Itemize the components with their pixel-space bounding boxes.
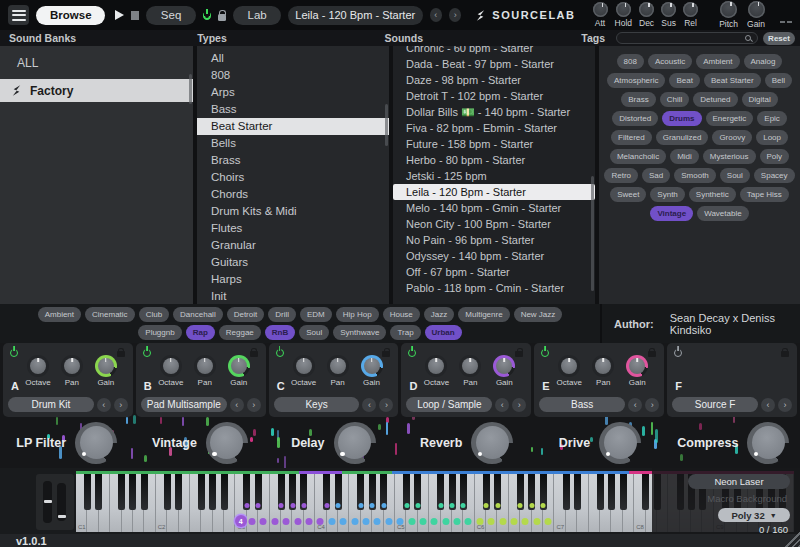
genre-chip[interactable]: Cinematic: [85, 307, 135, 322]
next-source-button[interactable]: ›: [379, 398, 393, 412]
type-item[interactable]: Flutes: [197, 220, 389, 237]
next-source-button[interactable]: ›: [114, 398, 128, 412]
compress-knob[interactable]: [747, 422, 789, 464]
piano-black-key[interactable]: [517, 474, 524, 510]
type-item[interactable]: Bells: [197, 135, 389, 152]
piano-black-key[interactable]: [437, 474, 444, 510]
sound-item[interactable]: Neon City - 100 Bpm - Starter: [393, 216, 595, 232]
genre-chip[interactable]: Detroit: [227, 307, 265, 322]
tag-chip[interactable]: Groovy: [712, 130, 752, 145]
prev-source-button[interactable]: ‹: [97, 398, 111, 412]
menu-button[interactable]: [8, 5, 29, 25]
piano-black-key[interactable]: [403, 474, 410, 510]
piano-black-key[interactable]: [255, 474, 262, 510]
genre-chip[interactable]: House: [383, 307, 420, 322]
tag-chip[interactable]: Distorted: [612, 111, 658, 126]
poly-dropdown[interactable]: Poly 32▼: [718, 508, 790, 522]
next-source-button[interactable]: ›: [778, 398, 792, 412]
piano-black-key[interactable]: [414, 474, 421, 510]
sus-knob[interactable]: [661, 2, 676, 17]
gain-knob[interactable]: [361, 355, 383, 377]
piano-black-key[interactable]: [221, 474, 228, 510]
sound-item[interactable]: Herbo - 80 bpm - Starter: [393, 152, 595, 168]
lock-icon[interactable]: [218, 14, 226, 21]
genre-chip[interactable]: Pluggnb: [138, 325, 181, 340]
vintage-knob[interactable]: [206, 422, 248, 464]
genre-chip[interactable]: RnB: [265, 325, 295, 340]
tag-chip[interactable]: Digital: [742, 92, 778, 107]
pan-knob[interactable]: [592, 355, 614, 377]
reverb-knob[interactable]: [471, 422, 513, 464]
piano-black-key[interactable]: [95, 474, 102, 510]
piano-black-key[interactable]: [209, 474, 216, 510]
mod-wheel[interactable]: [57, 483, 66, 521]
tag-chip[interactable]: Midi: [670, 149, 699, 164]
type-item[interactable]: 808: [197, 67, 389, 84]
source-name[interactable]: Loop / Sample: [406, 397, 492, 412]
tag-chip[interactable]: Ambient: [696, 54, 739, 69]
genre-chip[interactable]: Jazz: [424, 307, 454, 322]
piano-black-key[interactable]: [141, 474, 148, 510]
next-source-button[interactable]: ›: [512, 398, 526, 412]
type-item[interactable]: Init: [197, 288, 389, 304]
power-icon[interactable]: [276, 349, 284, 357]
sound-item[interactable]: Pablo - 118 bpm - Cmin - Starter: [393, 280, 595, 296]
tag-chip[interactable]: Bell: [765, 73, 792, 88]
sound-item[interactable]: Dada - Beat - 97 bpm - Starter: [393, 56, 595, 72]
genre-chip[interactable]: Soul: [299, 325, 329, 340]
tag-chip[interactable]: Poly: [760, 149, 790, 164]
tag-chip[interactable]: Spacey: [754, 168, 795, 183]
type-item[interactable]: Brass: [197, 152, 389, 169]
type-item[interactable]: Drum Kits & Midi: [197, 203, 389, 220]
sound-item[interactable]: Detroit T - 102 bpm - Starter: [393, 88, 595, 104]
tag-chip[interactable]: Filtered: [611, 130, 652, 145]
piano-black-key[interactable]: [483, 474, 490, 510]
lab-button[interactable]: Lab: [233, 6, 281, 25]
piano-black-key[interactable]: [494, 474, 501, 510]
genre-chip[interactable]: Reggae: [219, 325, 261, 340]
sound-item[interactable]: Melo - 140 bpm - Gmin - Starter: [393, 200, 595, 216]
sound-item[interactable]: Future - 158 bpm - Starter: [393, 136, 595, 152]
tag-chip[interactable]: 808: [617, 54, 644, 69]
tag-chip[interactable]: Sweet: [610, 187, 646, 202]
preset-prev-button[interactable]: ‹: [430, 8, 442, 22]
power-icon[interactable]: [408, 349, 416, 357]
type-item[interactable]: All: [197, 50, 389, 67]
power-icon[interactable]: [541, 349, 549, 357]
hold-knob[interactable]: [616, 2, 631, 17]
tag-chip[interactable]: Analog: [744, 54, 783, 69]
lp-filter-knob[interactable]: [75, 422, 117, 464]
delay-knob[interactable]: [334, 422, 376, 464]
tag-chip[interactable]: Energetic: [706, 111, 754, 126]
mod-wheel-handle[interactable]: [58, 515, 66, 518]
type-item[interactable]: Harps: [197, 271, 389, 288]
next-source-button[interactable]: ›: [645, 398, 659, 412]
genre-chip[interactable]: Ambient: [38, 307, 81, 322]
piano-black-key[interactable]: [380, 474, 387, 510]
genre-chip[interactable]: Hip Hop: [336, 307, 379, 322]
tag-chip[interactable]: Detuned: [693, 92, 737, 107]
tag-chip[interactable]: Brass: [621, 92, 655, 107]
source-name[interactable]: Drum Kit: [8, 397, 94, 412]
genre-chip[interactable]: Multigenre: [458, 307, 509, 322]
piano-black-key[interactable]: [574, 474, 581, 510]
genre-chip[interactable]: Trap: [390, 325, 420, 340]
reset-button[interactable]: Reset: [763, 32, 795, 45]
piano-black-key[interactable]: [129, 474, 136, 510]
power-icon[interactable]: [143, 349, 151, 357]
type-item[interactable]: Bass: [197, 101, 389, 118]
piano-black-key[interactable]: [164, 474, 171, 510]
type-item[interactable]: Guitars: [197, 254, 389, 271]
pitch-knob[interactable]: [720, 1, 737, 18]
piano-black-key[interactable]: [608, 474, 615, 510]
piano-black-key[interactable]: [243, 474, 250, 510]
type-item[interactable]: Arps: [197, 84, 389, 101]
tag-chip[interactable]: Vintage: [650, 206, 693, 221]
sound-item[interactable]: Jetski - 125 bpm: [393, 168, 595, 184]
tag-chip[interactable]: Drums: [662, 111, 701, 126]
drive-knob[interactable]: [599, 422, 641, 464]
next-source-button[interactable]: ›: [247, 398, 261, 412]
piano-black-key[interactable]: [323, 474, 330, 510]
gain-knob[interactable]: [493, 355, 515, 377]
seq-button[interactable]: Seq: [146, 6, 196, 25]
